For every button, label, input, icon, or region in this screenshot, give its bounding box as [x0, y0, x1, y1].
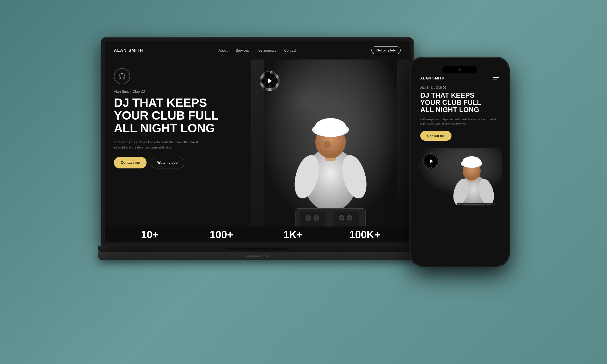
- phone-hero-title: DJ THAT KEEPS YOUR CLUB FULL ALL NIGHT L…: [420, 92, 499, 114]
- nav-item-contact[interactable]: Contact: [284, 48, 296, 53]
- hero-title-line3: ALL NIGHT LONG: [114, 121, 215, 135]
- hero-buttons: Contact me Watch video: [114, 157, 401, 168]
- hero-title-line1: DJ THAT KEEPS: [114, 96, 207, 109]
- nav-item-services[interactable]: Services: [236, 48, 249, 53]
- hero-description: Let's keep your club packed with beats t…: [114, 140, 201, 150]
- play-ring-phone: PLAY VIDEO • PLAY VIDEO •: [423, 153, 439, 169]
- menu-line-2: [493, 79, 497, 79]
- get-template-button[interactable]: Get template: [371, 46, 401, 54]
- phone-play-icon: [425, 155, 437, 167]
- phone-play-triangle-icon: [430, 159, 433, 163]
- phone-device: ALAN SMITH Alan Smith, Club DJ DJ THAT K…: [410, 58, 509, 324]
- phone-camera: [458, 68, 461, 71]
- laptop-hinge: [98, 246, 416, 252]
- laptop-screen: ALAN SMITH About Services Testimonials C…: [105, 41, 410, 242]
- play-icon: [262, 73, 277, 88]
- phone-hero: Alan Smith, Club DJ DJ THAT KEEPS YOUR C…: [414, 84, 505, 143]
- nav-links: About Services Testimonials Contact: [219, 48, 296, 53]
- phone-dj-image: PLAY VIDEO • PLAY VIDEO •: [417, 148, 502, 205]
- headphones-icon-circle: [114, 68, 130, 84]
- hero-section: Alan Smith, Club DJ DJ THAT KEEPS YOUR C…: [105, 60, 410, 242]
- site-logo: ALAN SMITH: [114, 48, 143, 53]
- hero-title-line2: YOUR CLUB FULL: [114, 109, 219, 122]
- laptop-device: ALAN SMITH About Services Testimonials C…: [98, 38, 416, 326]
- svg-rect-26: [457, 203, 496, 205]
- laptop-label: Macbook Pro: [246, 255, 268, 258]
- phone-title-line3: ALL NIGHT LONG: [420, 106, 479, 114]
- phone-logo: ALAN SMITH: [420, 76, 445, 80]
- phone-notch: [442, 66, 477, 73]
- phone-contact-button[interactable]: Contact me: [420, 131, 451, 141]
- site-nav: ALAN SMITH About Services Testimonials C…: [105, 41, 410, 60]
- hero-left: Alan Smith, Club DJ DJ THAT KEEPS YOUR C…: [105, 60, 410, 242]
- nav-item-testimonials[interactable]: Testimonials: [257, 48, 276, 53]
- hamburger-menu-icon[interactable]: [493, 77, 499, 79]
- nav-item-about[interactable]: About: [219, 48, 227, 53]
- phone-hero-desc: Let's keep your club packed with beats t…: [420, 117, 499, 126]
- watch-video-button[interactable]: Watch video: [151, 157, 184, 168]
- phone-title-line2: YOUR CLUB FULL: [420, 99, 481, 106]
- play-triangle-icon: [268, 78, 272, 83]
- laptop-bezel: ALAN SMITH About Services Testimonials C…: [101, 38, 413, 246]
- hero-title: DJ THAT KEEPS YOUR CLUB FULL ALL NIGHT L…: [114, 96, 401, 135]
- hero-subtitle: Alan Smith, Club DJ: [114, 90, 401, 94]
- laptop-base: Macbook Pro: [98, 252, 416, 260]
- contact-me-button[interactable]: Contact me: [114, 157, 147, 168]
- scene: ALAN SMITH About Services Testimonials C…: [0, 0, 607, 364]
- svg-point-25: [462, 156, 481, 168]
- phone-title-line1: DJ THAT KEEPS: [420, 91, 475, 99]
- phone-screen: ALAN SMITH Alan Smith, Club DJ DJ THAT K…: [414, 62, 505, 262]
- phone-hero-subtitle: Alan Smith, Club DJ: [420, 86, 499, 89]
- phone-bezel: ALAN SMITH Alan Smith, Club DJ DJ THAT K…: [410, 58, 509, 266]
- menu-line-1: [493, 77, 499, 78]
- play-video-button-phone[interactable]: PLAY VIDEO • PLAY VIDEO •: [423, 153, 439, 169]
